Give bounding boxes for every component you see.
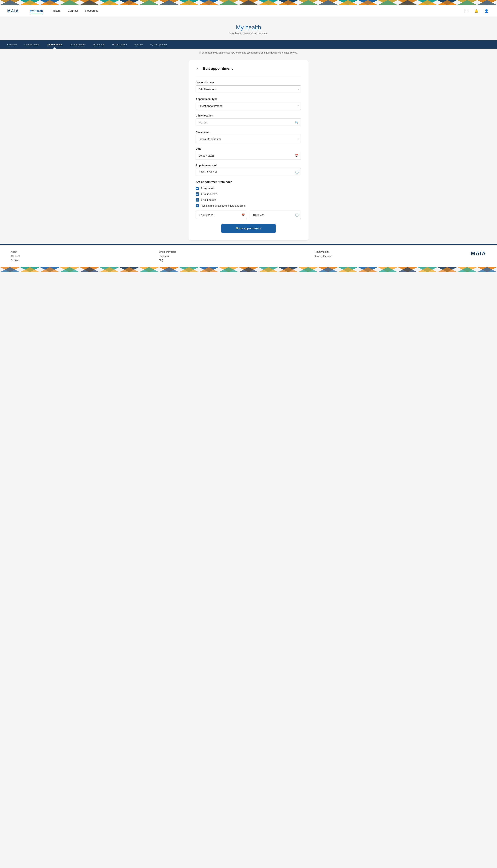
nav-trackers[interactable]: Trackers <box>50 9 60 13</box>
nav-connect[interactable]: Connect <box>68 9 78 13</box>
reminder-title: Set appointment reminder <box>196 180 301 184</box>
clinic-name-select[interactable]: Brook Manchester <box>196 135 301 143</box>
clinic-name-wrapper: Brook Manchester ▾ <box>196 135 301 143</box>
footer-links: About Consent Contact Emergency Help Fee… <box>0 245 497 267</box>
reminder-checkboxes: 1 day before 4 hours before 1 hour befor… <box>196 187 301 207</box>
date-label: Date <box>196 147 301 150</box>
reminder-4-hours[interactable]: 4 hours before <box>196 192 301 196</box>
section-nav-appointments[interactable]: Appointments <box>43 40 66 49</box>
reminder-specific[interactable]: Remind me on a specific date and time <box>196 204 301 207</box>
nav-links: My Health Trackers Connect Resources <box>30 9 463 13</box>
appointment-slot-wrapper: 🕑 <box>196 168 301 176</box>
section-nav-documents[interactable]: Documents <box>89 40 109 49</box>
page-subtitle: Your health profile all in one place <box>4 32 493 35</box>
clinic-name-label: Clinic name <box>196 131 301 134</box>
footer-faq[interactable]: FAQ <box>159 259 176 262</box>
reminder-1-hour-checkbox[interactable] <box>196 198 199 202</box>
section-nav-current-health[interactable]: Current health <box>21 40 43 49</box>
reminder-4-hours-checkbox[interactable] <box>196 192 199 196</box>
grid-icon[interactable]: ⋮⋮ <box>463 8 469 14</box>
reminder-4-hours-label: 4 hours before <box>201 193 217 195</box>
back-row: ← Edit appointment <box>196 66 301 71</box>
page-title: My health <box>4 24 493 31</box>
date-group: Date 📅 <box>196 147 301 160</box>
appointment-slot-group: Appointment slot 🕑 <box>196 164 301 176</box>
reminder-time-wrapper: 🕑 <box>250 211 301 219</box>
banner-top <box>0 0 497 5</box>
section-description: In this section you can create new forms… <box>0 49 497 57</box>
date-input[interactable] <box>196 152 301 160</box>
bell-icon[interactable]: 🔔 <box>473 8 480 14</box>
navbar-icons: ⋮⋮ 🔔 👤 <box>463 8 490 14</box>
clinic-location-input[interactable] <box>196 119 301 126</box>
page-header: My health Your health profile all in one… <box>0 17 497 40</box>
reminder-datetime-row: 📅 🕑 <box>196 211 301 219</box>
diagnosis-type-select[interactable]: STI Treatment <box>196 85 301 93</box>
section-nav-lifestyle[interactable]: Lifestyle <box>130 40 146 49</box>
reminder-date-input[interactable] <box>196 211 247 219</box>
appointment-type-label: Appointment type <box>196 98 301 100</box>
diagnosis-type-label: Diagnosis type <box>196 81 301 84</box>
reminder-specific-checkbox[interactable] <box>196 204 199 207</box>
footer-privacy[interactable]: Privacy policy <box>315 250 332 253</box>
diagnosis-type-wrapper: STI Treatment ▾ <box>196 85 301 93</box>
clinic-location-group: Clinic location 🔍 <box>196 114 301 126</box>
form-title: Edit appointment <box>203 67 233 71</box>
edit-appointment-card: ← Edit appointment Diagnosis type STI Tr… <box>188 60 309 240</box>
appointment-type-select[interactable]: Direct appointment <box>196 102 301 110</box>
section-nav-health-history[interactable]: Health history <box>109 40 130 49</box>
date-wrapper: 📅 <box>196 152 301 160</box>
back-button[interactable]: ← <box>196 66 201 71</box>
reminder-1-hour[interactable]: 1 hour before <box>196 198 301 202</box>
section-nav-questionnaires[interactable]: Questionnaires <box>66 40 89 49</box>
appointment-type-wrapper: Direct appointment ▾ <box>196 102 301 110</box>
reminder-1-day[interactable]: 1 day before <box>196 187 301 190</box>
clinic-location-wrapper: 🔍 <box>196 119 301 126</box>
section-nav: Overview Current health Appointments Que… <box>0 40 497 49</box>
footer-feedback[interactable]: Feedback <box>159 255 176 258</box>
banner-bottom <box>0 267 497 272</box>
user-icon[interactable]: 👤 <box>483 8 490 14</box>
reminder-1-day-label: 1 day before <box>201 187 215 190</box>
footer-about[interactable]: About <box>11 250 20 253</box>
section-nav-overview[interactable]: Overview <box>4 40 21 49</box>
reminder-date-wrapper: 📅 <box>196 211 247 219</box>
footer-col-1: About Consent Contact <box>11 250 20 262</box>
clinic-location-label: Clinic location <box>196 114 301 117</box>
book-appointment-button[interactable]: Book appointment <box>221 224 276 233</box>
diagnosis-type-group: Diagnosis type STI Treatment ▾ <box>196 81 301 93</box>
nav-my-health[interactable]: My Health <box>30 9 43 13</box>
nav-resources[interactable]: Resources <box>85 9 98 13</box>
reminder-time-input[interactable] <box>250 211 301 219</box>
appointment-slot-input[interactable] <box>196 168 301 176</box>
logo: MAIA <box>7 9 19 13</box>
reminder-section: Set appointment reminder 1 day before 4 … <box>196 180 301 219</box>
section-nav-care-journey[interactable]: My care journey <box>146 40 170 49</box>
footer-col-3: Privacy policy Terms of service <box>315 250 332 258</box>
main-content: ← Edit appointment Diagnosis type STI Tr… <box>185 57 312 244</box>
footer-consent[interactable]: Consent <box>11 255 20 258</box>
footer-logo: MAIA <box>471 250 486 256</box>
footer-emergency[interactable]: Emergency Help <box>159 250 176 253</box>
reminder-1-hour-label: 1 hour before <box>201 198 216 201</box>
footer-contact[interactable]: Contact <box>11 259 20 262</box>
clinic-name-group: Clinic name Brook Manchester ▾ <box>196 131 301 143</box>
navbar: MAIA My Health Trackers Connect Resource… <box>0 5 497 17</box>
footer-col-2: Emergency Help Feedback FAQ <box>159 250 176 262</box>
appointment-type-group: Appointment type Direct appointment ▾ <box>196 98 301 110</box>
footer-terms[interactable]: Terms of service <box>315 255 332 258</box>
appointment-slot-label: Appointment slot <box>196 164 301 167</box>
reminder-1-day-checkbox[interactable] <box>196 187 199 190</box>
reminder-specific-label: Remind me on a specific date and time <box>201 204 245 207</box>
